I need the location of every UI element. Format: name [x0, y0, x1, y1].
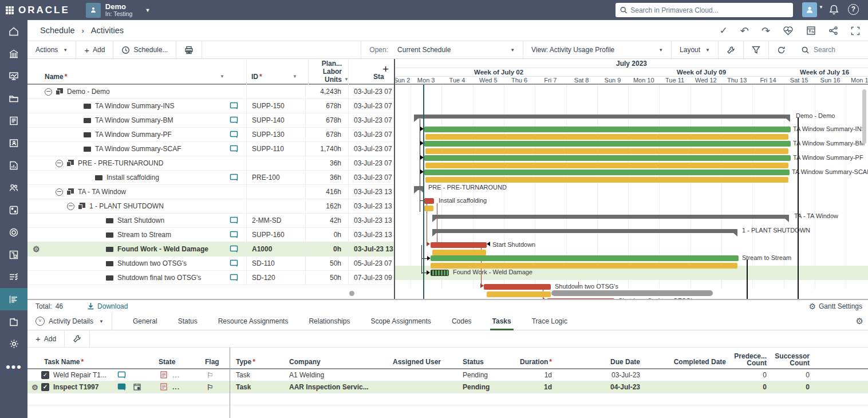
activity-name-cell[interactable]: 1 - PLANT SHUTDOWN: [27, 199, 246, 214]
comment-icon[interactable]: [230, 173, 238, 182]
activity-units-cell[interactable]: 162h: [305, 199, 348, 214]
activity-start-cell[interactable]: 03-Jul-23 07: [348, 85, 395, 99]
gantt-hscrollbar[interactable]: [551, 290, 713, 296]
gantt-settings-button[interactable]: ⚙ Gantt Settings: [808, 302, 862, 311]
activity-start-cell[interactable]: 03-Jul-23 13: [348, 228, 395, 242]
tasks-header-company[interactable]: Company: [289, 358, 321, 366]
activity-name-cell[interactable]: PRE - PRE-TURNAROUND: [27, 156, 246, 171]
activity-name-cell[interactable]: TA Window Summary-PF: [27, 128, 246, 142]
activity-row[interactable]: Demo - Demo4,243h03-Jul-23 07: [27, 85, 395, 99]
activity-id-cell[interactable]: [246, 85, 305, 99]
activity-units-cell[interactable]: 0h: [305, 228, 348, 242]
activity-start-cell[interactable]: 03-Jul-23 13: [348, 242, 395, 257]
comment-icon[interactable]: [230, 274, 238, 282]
nav-home-icon[interactable]: [0, 20, 27, 42]
activity-bar[interactable]: [424, 155, 791, 161]
task-row[interactable]: ✓Weld Repair T1......⚐TaskA1 WeldingPend…: [27, 369, 868, 381]
flag-icon[interactable]: ⚐: [207, 383, 214, 392]
gantt-timescale[interactable]: July 2023 Week of July 02Week of July 09…: [395, 59, 868, 85]
view-select[interactable]: View: Activity Usage Profile▼: [523, 41, 671, 58]
task-state-more[interactable]: ...: [172, 383, 180, 391]
activity-start-cell[interactable]: 03-Jul-23 07: [348, 156, 395, 171]
activity-bar[interactable]: [431, 255, 739, 261]
activity-start-cell[interactable]: 03-Jul-23 13: [348, 185, 395, 199]
refresh-button[interactable]: [768, 41, 794, 58]
activity-name-cell[interactable]: ⚙Found Work - Weld Damage: [27, 242, 246, 257]
tab-relationships[interactable]: Relationships: [298, 313, 360, 330]
collapse-icon[interactable]: [56, 160, 63, 167]
tasks-header-due[interactable]: Due Date: [577, 358, 640, 366]
nav-dashboard-icon[interactable]: [0, 65, 27, 87]
comment-icon[interactable]: [230, 245, 238, 253]
breadcrumb-schedule[interactable]: Schedule: [40, 26, 74, 35]
activity-units-cell[interactable]: 678h: [305, 113, 348, 128]
activity-id-cell[interactable]: [246, 199, 305, 214]
collapse-icon[interactable]: [67, 203, 74, 210]
task-customize-button[interactable]: [65, 330, 90, 347]
activity-name-cell[interactable]: Shutdown two OTSG's: [27, 257, 246, 271]
tasks-header-flag[interactable]: Flag: [205, 358, 219, 366]
print-button[interactable]: [176, 41, 202, 58]
baseline-bar[interactable]: [425, 163, 788, 168]
nav-risk-icon[interactable]: [0, 199, 27, 221]
add-activity-button[interactable]: +Add: [76, 41, 113, 58]
activity-start-cell[interactable]: 07-Jul-23 09: [348, 271, 395, 285]
row-gear-icon[interactable]: ⚙: [31, 383, 38, 392]
tasks-header-completed[interactable]: Completed Date: [663, 358, 726, 366]
comment-icon[interactable]: [230, 259, 238, 267]
nav-documents-icon[interactable]: [0, 109, 27, 132]
project-health-icon[interactable]: [783, 26, 794, 36]
tab-scope-assignments[interactable]: Scope Assignments: [360, 313, 441, 330]
baseline-bar[interactable]: [425, 134, 788, 140]
activity-start-cell[interactable]: 05-Jul-23 07: [348, 257, 395, 271]
flag-icon[interactable]: ⚐: [207, 371, 214, 380]
nav-custom-apps-icon[interactable]: [0, 310, 27, 333]
activity-name-cell[interactable]: TA Window Summary-BM: [27, 113, 246, 128]
activity-details-toggle[interactable]: ˅ Activity Details ▼: [27, 313, 112, 330]
activity-name-cell[interactable]: Start Shutdown: [27, 214, 246, 228]
summary-bar[interactable]: [414, 115, 790, 119]
customize-wrench-button[interactable]: [718, 41, 743, 58]
baseline-bar[interactable]: [432, 250, 486, 255]
tasks-header-status[interactable]: Status: [463, 358, 484, 366]
activity-row[interactable]: Shutdown final two OTSG'sSD-12050h07-Jul…: [27, 271, 395, 285]
filter-button[interactable]: [743, 41, 768, 58]
activity-bar[interactable]: [484, 284, 551, 290]
project-switcher[interactable]: Demo In: Testing ▼: [86, 3, 151, 18]
activity-id-cell[interactable]: [246, 156, 305, 171]
activity-name-cell[interactable]: TA Window Summary-INS: [27, 99, 246, 113]
undo-icon[interactable]: ↶: [740, 25, 749, 37]
activity-name-cell[interactable]: TA - TA Window: [27, 185, 246, 199]
baseline-bar[interactable]: [487, 291, 551, 297]
activity-start-cell[interactable]: 03-Jul-23 13: [348, 199, 395, 214]
grid-search[interactable]: Search: [794, 41, 868, 58]
activity-units-cell[interactable]: 1,740h: [305, 142, 348, 156]
tasks-header-pred-count[interactable]: Predece...Count: [731, 353, 767, 366]
activity-row[interactable]: PRE - PRE-TURNAROUND36h03-Jul-23 07: [27, 156, 395, 171]
task-state-more[interactable]: ...: [172, 371, 180, 379]
activity-name-cell[interactable]: Demo - Demo: [27, 85, 246, 99]
report-summary-icon[interactable]: [806, 26, 816, 36]
activity-start-cell[interactable]: 03-Jul-23 07: [348, 99, 395, 113]
activity-bar[interactable]: [431, 270, 449, 276]
tasks-header-succ-count[interactable]: SuccessorCount: [772, 353, 810, 366]
comment-icon[interactable]: [230, 116, 238, 124]
activity-row[interactable]: TA - TA Window416h03-Jul-23 13: [27, 185, 395, 199]
nav-settings-icon[interactable]: [0, 333, 27, 355]
activity-bar[interactable]: [424, 141, 791, 147]
nav-workflow-icon[interactable]: [0, 243, 27, 266]
activity-name-cell[interactable]: Install scaffolding: [27, 171, 246, 185]
tab-resource-assignments[interactable]: Resource Assignments: [208, 313, 299, 330]
avatar-caret-icon[interactable]: ▼: [819, 5, 823, 10]
activity-id-cell[interactable]: SUPP-130: [246, 128, 305, 142]
activity-row[interactable]: TA Window Summary-INSSUPP-150678h03-Jul-…: [27, 99, 395, 113]
tasks-header-state[interactable]: State: [159, 358, 175, 366]
activity-units-cell[interactable]: 0h: [305, 242, 348, 257]
collapse-icon[interactable]: [45, 88, 52, 96]
nav-contacts-icon[interactable]: [0, 132, 27, 154]
nav-resources-icon[interactable]: [0, 176, 27, 199]
download-button[interactable]: Download: [87, 302, 128, 310]
activity-bar[interactable]: [424, 169, 790, 175]
nav-reports-icon[interactable]: [0, 154, 27, 176]
task-row[interactable]: ⚙✓Inspect T1997...⚐TaskAAR Inspection Se…: [27, 381, 868, 393]
